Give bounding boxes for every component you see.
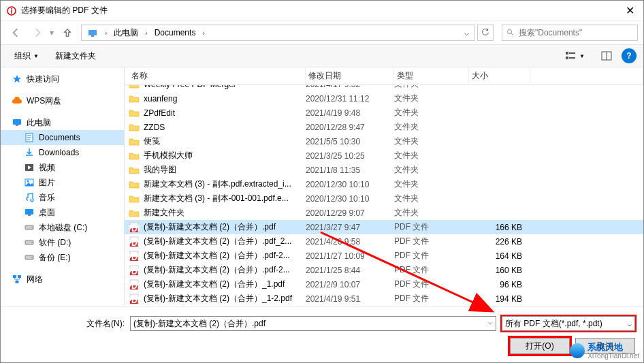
new-folder-button[interactable]: 新建文件夹 xyxy=(48,48,103,65)
file-row[interactable]: 我的导图2021/1/8 11:35文件夹 xyxy=(125,163,643,177)
sidebar-item[interactable]: 本地磁盘 (C:) xyxy=(1,220,124,235)
back-button[interactable] xyxy=(6,23,25,42)
disk-icon xyxy=(24,237,35,248)
file-date: 2021/4/19 9:51 xyxy=(306,294,394,304)
sidebar-item[interactable]: 音乐 xyxy=(1,190,124,205)
close-button[interactable]: ✕ xyxy=(616,1,643,21)
filename-input[interactable] xyxy=(130,316,496,331)
sidebar-item[interactable]: 备份 (E:) xyxy=(1,250,124,265)
file-size: 194 KB xyxy=(469,294,530,304)
file-type: 文件夹 xyxy=(394,85,469,90)
sidebar-item[interactable]: 此电脑 xyxy=(1,115,124,130)
file-row[interactable]: xuanfeng2020/12/31 11:12文件夹 xyxy=(125,91,643,106)
svg-text:PDF: PDF xyxy=(129,296,140,304)
sidebar-item-label: 桌面 xyxy=(39,207,55,219)
file-row[interactable]: PDF(复制)-新建文本文档 (2)（合并）.pdf_2...2021/4/26… xyxy=(125,234,643,249)
open-button[interactable]: 打开(O) xyxy=(510,338,570,354)
svg-rect-7 xyxy=(566,52,568,54)
file-row[interactable]: ZPdfEdit2021/4/19 9:48文件夹 xyxy=(125,106,643,120)
svg-rect-31 xyxy=(18,275,21,278)
file-row[interactable]: 便笺2021/5/5 10:30文件夹 xyxy=(125,134,643,148)
file-row[interactable]: PDF(复制)-新建文本文档 (2)（合并）_1.pdf2021/2/9 10:… xyxy=(125,277,643,291)
filetype-select[interactable]: 所有 PDF 文档(*.pdf, *.pdt) ⌵ xyxy=(502,316,635,331)
file-row[interactable]: PDF(复制)-新建文本文档 (2)（合并）.pdf2021/3/27 9:47… xyxy=(125,220,643,234)
file-name: xuanfeng xyxy=(144,94,177,104)
folder-icon xyxy=(129,108,140,119)
cloud-icon xyxy=(12,95,22,106)
sidebar-item[interactable]: 网络 xyxy=(1,272,124,287)
sidebar-item-label: 视频 xyxy=(39,162,55,174)
file-rows: Weekly Free PDF Merger2021/4/17 9:32文件夹x… xyxy=(125,85,643,306)
search-input[interactable] xyxy=(519,25,637,40)
file-type: 文件夹 xyxy=(394,93,469,104)
preview-pane-button[interactable] xyxy=(594,48,619,63)
help-button[interactable]: ? xyxy=(622,48,637,63)
breadcrumb-root-icon[interactable] xyxy=(83,25,102,40)
file-row[interactable]: 新建文本文档 (3) - 副本.pdf.extracted_i...2020/1… xyxy=(125,177,643,191)
col-modified[interactable]: 修改日期 xyxy=(306,67,394,84)
svg-text:PDF: PDF xyxy=(129,281,140,290)
breadcrumb-item-1[interactable]: Documents xyxy=(150,25,200,40)
svg-text:PDF: PDF xyxy=(129,253,140,262)
sidebar-item[interactable]: 软件 (D:) xyxy=(1,235,124,250)
file-date: 2021/4/26 9:58 xyxy=(306,237,394,247)
music-icon xyxy=(24,192,35,203)
breadcrumb-dropdown[interactable]: ⌵ xyxy=(460,28,473,37)
pdf-icon: PDF xyxy=(129,265,140,276)
file-row[interactable]: PDF(复制)-新建文本文档 (2)（合并）.pdf-2...2021/1/25… xyxy=(125,263,643,277)
sidebar-item-label: 此电脑 xyxy=(27,117,51,129)
file-date: 2020/12/28 9:47 xyxy=(306,123,394,132)
file-row[interactable]: 新建文本文档 (3) - 副本-001-001.pdf.e...2020/12/… xyxy=(125,191,643,206)
file-row[interactable]: Weekly Free PDF Merger2021/4/17 9:32文件夹 xyxy=(125,85,643,91)
file-row[interactable]: 新建文件夹2020/12/29 9:07文件夹 xyxy=(125,206,643,220)
svg-text:PDF: PDF xyxy=(129,224,140,233)
organize-button[interactable]: 组织 ▼ xyxy=(7,48,46,65)
col-type[interactable]: 类型 xyxy=(394,67,469,84)
sidebar-item-label: WPS网盘 xyxy=(27,95,61,107)
address-bar: ▾ › 此电脑 › Documents › ⌵ xyxy=(1,21,643,44)
desktop-icon xyxy=(24,207,35,218)
file-type: 文件夹 xyxy=(394,164,469,176)
breadcrumb[interactable]: › 此电脑 › Documents › ⌵ xyxy=(81,25,475,41)
file-row[interactable]: PDF(复制)-新建文本文档 (2)（合并）.pdf-2...2021/1/27… xyxy=(125,249,643,263)
file-row[interactable]: PDF(复制)-新建文本文档 (2)（合并）_1-2.pdf2021/4/19 … xyxy=(125,291,643,306)
svg-rect-8 xyxy=(569,52,575,54)
footer: 文件名(N): ⌵ 所有 PDF 文档(*.pdf, *.pdt) ⌵ 打开(O… xyxy=(1,306,643,362)
cancel-button[interactable]: 取消 xyxy=(575,338,635,354)
sidebar-item[interactable]: WPS网盘 xyxy=(1,93,124,108)
sidebar-item[interactable]: 快速访问 xyxy=(1,72,124,86)
sidebar-item[interactable]: 桌面 xyxy=(1,205,124,220)
sidebar-item[interactable]: Documents xyxy=(1,130,124,145)
file-date: 2020/12/31 11:12 xyxy=(306,94,394,104)
col-name[interactable]: 名称 xyxy=(129,67,306,84)
file-date: 2021/4/17 9:32 xyxy=(306,85,394,89)
file-type: 文件夹 xyxy=(394,193,469,204)
sidebar-item[interactable]: 视频 xyxy=(1,160,124,175)
chevron-right-icon: › xyxy=(144,29,148,37)
view-mode-button[interactable]: ▼ xyxy=(559,48,592,63)
sidebar-item-label: 网络 xyxy=(27,274,43,285)
forward-button[interactable] xyxy=(28,23,47,42)
search-box[interactable] xyxy=(502,25,638,41)
file-row[interactable]: ZZDS2020/12/28 9:47文件夹 xyxy=(125,120,643,134)
svg-rect-23 xyxy=(28,215,31,216)
toolbar: 组织 ▼ 新建文件夹 ▼ ? xyxy=(1,44,643,67)
col-size[interactable]: 大小 xyxy=(469,67,530,84)
file-row[interactable]: 手机模拟大师2021/3/25 10:25文件夹 xyxy=(125,148,643,163)
body: 快速访问WPS网盘此电脑DocumentsDownloads视频图片音乐桌面本地… xyxy=(1,67,643,306)
disk-icon xyxy=(24,252,35,263)
file-date: 2021/1/27 10:09 xyxy=(306,251,394,261)
file-type: PDF 文件 xyxy=(394,236,469,247)
sidebar-item[interactable]: 图片 xyxy=(1,175,124,190)
up-button[interactable] xyxy=(59,25,76,41)
recent-dropdown[interactable]: ▾ xyxy=(50,28,54,37)
svg-point-5 xyxy=(508,30,512,34)
doc-icon xyxy=(24,132,35,143)
sidebar-item[interactable]: Downloads xyxy=(1,145,124,160)
network-icon xyxy=(12,274,22,285)
column-headers[interactable]: 名称 修改日期 类型 大小 xyxy=(125,67,643,85)
refresh-button[interactable] xyxy=(477,25,494,41)
file-type: PDF 文件 xyxy=(394,264,469,276)
filetype-label: 所有 PDF 文档(*.pdf, *.pdt) xyxy=(505,318,602,330)
breadcrumb-item-0[interactable]: 此电脑 xyxy=(110,25,142,40)
